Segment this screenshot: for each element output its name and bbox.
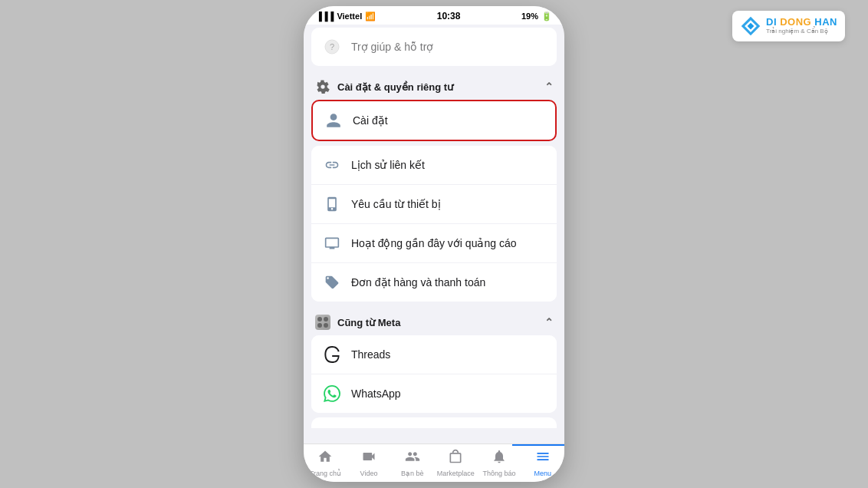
logo-text: DI DONG HAN Trải nghiệm & Cẩn Bộ — [766, 17, 837, 35]
menu-tab-label: Menu — [534, 470, 551, 477]
meta-icon — [314, 314, 331, 331]
whatsapp-icon — [322, 384, 342, 404]
lich-su-label: Lịch sử liên kết — [351, 159, 425, 171]
tab-menu[interactable]: Menu — [521, 449, 564, 477]
battery-percent: 19% — [521, 12, 538, 21]
don-dat-item[interactable]: Đơn đặt hàng và thanh toán — [311, 263, 557, 302]
home-tab-icon — [317, 449, 333, 468]
logout-label: Đăng xuất — [409, 427, 459, 428]
settings-privacy-header: Cài đặt & quyền riêng tư ⌃ — [304, 71, 564, 100]
status-right: 19% 🔋 — [521, 12, 552, 21]
tro-giup-item[interactable]: ? Trợ giúp & hỗ trợ — [311, 28, 557, 66]
hoat-dong-item[interactable]: Hoạt động gần đây với quảng cáo — [311, 224, 557, 263]
tab-bar: Trang chủ Video Bạn bè — [304, 443, 564, 482]
bell-tab-icon — [492, 449, 507, 468]
meta-section-header: Cũng từ Meta ⌃ — [304, 306, 564, 335]
settings-collapse-icon[interactable]: ⌃ — [544, 81, 554, 93]
friends-tab-label: Bạn bè — [401, 470, 424, 477]
account-icon — [324, 110, 344, 130]
settings-group: Lịch sử liên kết Yêu cầu từ thiết bị Hoạ… — [311, 146, 557, 302]
battery-icon: 🔋 — [541, 12, 552, 21]
logo-main-text: DI DONG HAN — [766, 17, 837, 28]
marketplace-tab-icon — [448, 449, 463, 468]
threads-icon — [322, 345, 342, 364]
section-header-left: Cài đặt & quyền riêng tư — [314, 78, 453, 95]
tab-friends[interactable]: Bạn bè — [390, 449, 434, 477]
tab-marketplace[interactable]: Marketplace — [434, 449, 478, 477]
tab-bell[interactable]: Thông báo — [478, 449, 521, 477]
gear-section-icon — [314, 78, 331, 95]
hoat-dong-label: Hoạt động gần đây với quảng cáo — [351, 237, 516, 249]
link-icon — [322, 155, 342, 175]
home-tab-label: Trang chủ — [310, 470, 341, 477]
whatsapp-label: WhatsApp — [351, 387, 401, 400]
meta-apps-group: Threads WhatsApp — [311, 335, 557, 413]
logo-diamond-icon — [740, 15, 761, 37]
video-tab-label: Video — [360, 470, 378, 477]
svg-text:?: ? — [330, 42, 334, 51]
don-dat-label: Đơn đặt hàng và thanh toán — [351, 276, 485, 289]
carrier-name: Viettel — [337, 12, 362, 21]
threads-item[interactable]: Threads — [311, 335, 557, 374]
whatsapp-item[interactable]: WhatsApp — [311, 374, 557, 413]
menu-tab-icon — [535, 449, 551, 468]
monitor-icon — [322, 233, 342, 253]
phone-frame: ▐▐▐ Viettel 📶 10:38 19% 🔋 ? Trợ giúp & h… — [304, 6, 564, 482]
main-content: ? Trợ giúp & hỗ trợ Cài đặt & quyền riên… — [304, 25, 564, 428]
status-bar: ▐▐▐ Viettel 📶 10:38 19% 🔋 — [304, 6, 564, 25]
meta-header-left: Cũng từ Meta — [314, 314, 400, 331]
meta-section-title: Cũng từ Meta — [337, 317, 400, 328]
device-icon — [322, 194, 342, 214]
cai-dat-item[interactable]: Cài đặt — [311, 100, 557, 141]
tro-giup-label: Trợ giúp & hỗ trợ — [351, 41, 433, 53]
signal-icon: ▐▐▐ — [316, 12, 334, 21]
logout-button[interactable]: Đăng xuất — [311, 417, 557, 428]
yeu-cau-item[interactable]: Yêu cầu từ thiết bị — [311, 185, 557, 224]
help-icon: ? — [322, 37, 342, 57]
active-tab-indicator — [512, 444, 564, 446]
status-time: 10:38 — [437, 11, 461, 21]
logo-container: DI DONG HAN Trải nghiệm & Cẩn Bộ — [732, 11, 845, 41]
lich-su-item[interactable]: Lịch sử liên kết — [311, 146, 557, 185]
settings-privacy-title: Cài đặt & quyền riêng tư — [337, 81, 453, 93]
marketplace-tab-label: Marketplace — [437, 470, 475, 477]
cai-dat-label: Cài đặt — [353, 114, 388, 127]
status-left: ▐▐▐ Viettel 📶 — [316, 12, 376, 21]
wifi-icon: 📶 — [365, 12, 376, 21]
logo-sub-text: Trải nghiệm & Cẩn Bộ — [766, 28, 837, 35]
tab-video[interactable]: Video — [347, 449, 391, 477]
threads-label: Threads — [351, 348, 390, 361]
yeu-cau-label: Yêu cầu từ thiết bị — [351, 198, 441, 210]
tab-home[interactable]: Trang chủ — [304, 449, 347, 477]
video-tab-icon — [361, 449, 376, 468]
bell-tab-label: Thông báo — [483, 470, 516, 477]
meta-collapse-icon[interactable]: ⌃ — [544, 316, 554, 328]
tag-icon — [322, 272, 342, 292]
friends-tab-icon — [405, 449, 420, 468]
partial-section: ? Trợ giúp & hỗ trợ — [311, 28, 557, 66]
